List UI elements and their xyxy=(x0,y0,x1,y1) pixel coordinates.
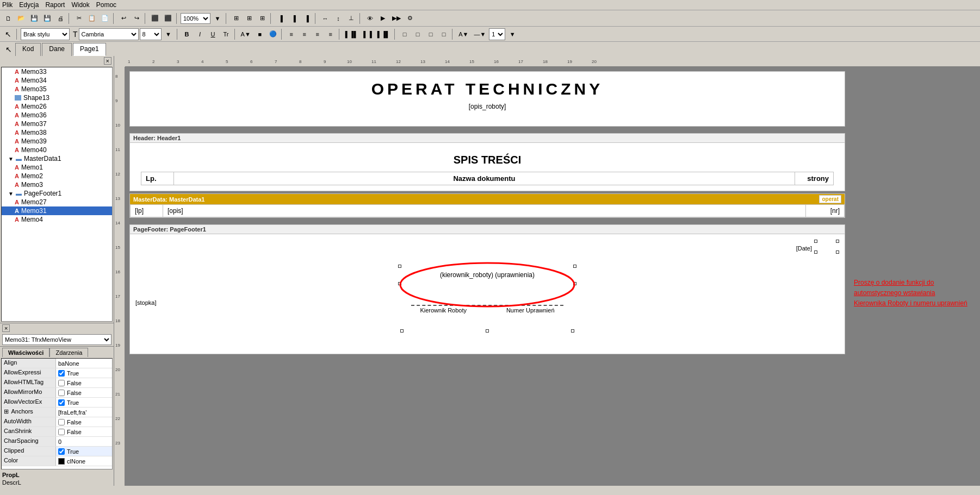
underline-button[interactable]: U xyxy=(207,28,219,40)
highlight-button[interactable]: A▼ xyxy=(239,28,253,40)
tree-item-masterdata1[interactable]: ▼ ▬ MasterData1 xyxy=(2,154,112,163)
line-width-select[interactable]: 1 2 xyxy=(489,28,505,40)
line-color-button[interactable]: —▼ xyxy=(472,28,488,40)
tree-item-memo38[interactable]: A Memo38 xyxy=(2,128,112,137)
open-button[interactable]: 📂 xyxy=(15,12,27,24)
tree-item-memo31[interactable]: A Memo31 xyxy=(2,206,112,215)
annotation-text[interactable]: Proszę o dodanie funkcji do automstyczne… xyxy=(854,278,976,309)
align-r-button[interactable]: ≡ xyxy=(312,28,324,40)
tree-item-memo2[interactable]: A Memo2 xyxy=(2,172,112,180)
font-select[interactable]: Cambria xyxy=(79,28,139,40)
border4-button[interactable]: □ xyxy=(438,28,450,40)
grid-button[interactable]: ⊞ xyxy=(230,12,242,24)
run2-button[interactable]: ▶▶ xyxy=(390,12,403,24)
prop-value-anchors[interactable]: [fraLeft,fra' xyxy=(56,408,112,417)
cut-button[interactable]: ✂ xyxy=(73,12,85,24)
tab-dane[interactable]: Dane xyxy=(42,43,72,56)
tree-item-memo37[interactable]: A Memo37 xyxy=(2,120,112,128)
tree-item-memo34[interactable]: A Memo34 xyxy=(2,76,112,85)
size-dropdown[interactable]: ▼ xyxy=(163,28,175,40)
tab-page1[interactable]: Page1 xyxy=(73,43,106,56)
dist-button[interactable]: ⊥ xyxy=(345,12,357,24)
tab-zdarzenia[interactable]: Zdarzenia xyxy=(49,348,88,357)
border1-button[interactable]: □ xyxy=(399,28,411,40)
tree-item-memo4[interactable]: A Memo4 xyxy=(2,215,112,224)
barcode-button[interactable]: ▌▐▌ xyxy=(343,28,360,40)
cursor-tool[interactable]: ↖ xyxy=(2,28,14,40)
menu-widok[interactable]: Widok xyxy=(71,1,89,9)
menu-pomoc[interactable]: Pomoc xyxy=(96,1,116,9)
allowmirrormo-checkbox[interactable] xyxy=(58,390,65,396)
align-c-button[interactable]: ≡ xyxy=(299,28,311,40)
bar1-button[interactable]: ▐ xyxy=(275,12,287,24)
tree-item-memo35[interactable]: A Memo35 xyxy=(2,85,112,93)
copy-button[interactable]: 📋 xyxy=(86,12,98,24)
barcode3-button[interactable]: ▌▐▌ xyxy=(375,28,392,40)
run-button[interactable]: ▶ xyxy=(377,12,389,24)
print-button[interactable]: 🖨 xyxy=(54,12,66,24)
align-l-button[interactable]: ≡ xyxy=(286,28,297,40)
prop-value-clipped[interactable]: True xyxy=(56,447,112,456)
props-close-button[interactable]: × xyxy=(2,324,10,332)
prop-value-autowidth[interactable]: False xyxy=(56,417,112,427)
color1-button[interactable]: ■ xyxy=(254,28,266,40)
tree-item-memo27[interactable]: A Memo27 xyxy=(2,198,112,206)
autowidth-checkbox[interactable] xyxy=(58,419,65,425)
prop-value-allowhtmltag[interactable]: False xyxy=(56,378,112,387)
style-select[interactable]: Brak stylu xyxy=(21,28,70,40)
tree-item-shape13[interactable]: Shape13 xyxy=(2,93,112,102)
align-left-button[interactable]: ⬛ xyxy=(149,12,161,24)
allowvectorex-checkbox[interactable] xyxy=(58,399,65,406)
grid3-button[interactable]: ⊞ xyxy=(256,12,268,24)
text-type-button[interactable]: Tr xyxy=(220,28,232,40)
menu-raport[interactable]: Raport xyxy=(45,1,65,9)
tree-item-pagefooter1[interactable]: ▼ ▬ PageFooter1 xyxy=(2,189,112,198)
canshrink-checkbox[interactable] xyxy=(58,429,65,435)
menu-plik[interactable]: Plik xyxy=(2,1,13,9)
size-select[interactable]: 8 9 10 12 xyxy=(140,28,162,40)
view-button[interactable]: 👁 xyxy=(364,12,376,24)
tree-item-memo40[interactable]: A Memo40 xyxy=(2,146,112,154)
barcode2-button[interactable]: ▌▐ xyxy=(361,28,374,40)
new-button[interactable]: 🗋 xyxy=(2,12,14,24)
color2-button[interactable]: 🔵 xyxy=(267,28,279,40)
redo-button[interactable]: ↪ xyxy=(131,12,142,24)
tree-item-memo26[interactable]: A Memo26 xyxy=(2,102,112,111)
zoom-dropdown[interactable]: ▼ xyxy=(212,12,224,24)
fill-button[interactable]: A▼ xyxy=(456,28,470,40)
component-dropdown[interactable]: Memo31: TfrxMemoView xyxy=(2,334,111,345)
tree-item-memo3[interactable]: A Memo3 xyxy=(2,180,112,189)
prop-value-color[interactable]: clNone xyxy=(56,456,112,466)
zoom-select[interactable]: 100% 75% 125% 150% xyxy=(181,13,210,24)
settings-button[interactable]: ⚙ xyxy=(404,12,416,24)
tree-item-memo39[interactable]: A Memo39 xyxy=(2,137,112,146)
allowhtmltag-checkbox[interactable] xyxy=(58,380,65,386)
italic-button[interactable]: I xyxy=(194,28,206,40)
align-right-button[interactable]: ⬛ xyxy=(162,12,174,24)
save-button[interactable]: 💾 xyxy=(28,12,40,24)
tree-item-memo33[interactable]: A Memo33 xyxy=(2,67,112,76)
prop-value-allowvectorex[interactable]: True xyxy=(56,398,112,407)
clipped-checkbox[interactable] xyxy=(58,448,65,455)
bold-button[interactable]: B xyxy=(181,28,193,40)
tree-item-memo1[interactable]: A Memo1 xyxy=(2,163,112,172)
justify-button[interactable]: ≡ xyxy=(325,28,337,40)
bar3-button[interactable]: ▐ xyxy=(301,12,313,24)
grid2-button[interactable]: ⊞ xyxy=(243,12,255,24)
menu-edycja[interactable]: Edycja xyxy=(19,1,39,9)
line-width-dropdown[interactable]: ▼ xyxy=(506,28,518,40)
border3-button[interactable]: □ xyxy=(425,28,437,40)
prop-value-canshrink[interactable]: False xyxy=(56,427,112,436)
tree-close-button[interactable]: × xyxy=(104,57,111,65)
align-v-button[interactable]: ↕ xyxy=(332,12,344,24)
prop-value-allowmirrormo[interactable]: False xyxy=(56,388,112,397)
align-h-button[interactable]: ↔ xyxy=(319,12,331,24)
allowexpressi-checkbox[interactable] xyxy=(58,370,65,377)
paste-button[interactable]: 📄 xyxy=(99,12,111,24)
prop-value-allowexpressi[interactable]: True xyxy=(56,368,112,378)
save-as-button[interactable]: 💾 xyxy=(41,12,53,24)
prop-value-align[interactable]: baNone xyxy=(56,359,112,368)
tab-vlastivosti[interactable]: Właściwości xyxy=(2,348,49,357)
tab-kod[interactable]: Kod xyxy=(15,43,41,56)
undo-button[interactable]: ↩ xyxy=(117,12,129,24)
